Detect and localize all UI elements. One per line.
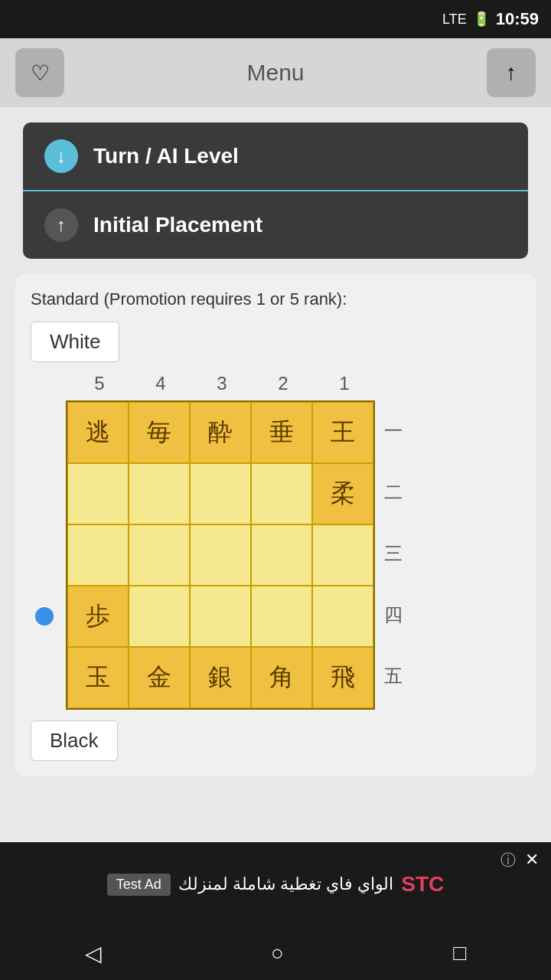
- cell-3-1[interactable]: [129, 586, 190, 647]
- board-container: 逃 毎 酔 垂 王 柔 歩: [66, 400, 403, 710]
- back-icon: ◁: [85, 942, 102, 965]
- ad-close-button[interactable]: ✕: [525, 850, 539, 870]
- cell-4-1[interactable]: 金: [129, 647, 190, 708]
- initial-placement-label: Initial Placement: [93, 213, 262, 237]
- ad-banner: Test Ad الواي فاي تغطية شاملة لمنزلك STC…: [0, 842, 551, 926]
- cell-0-4[interactable]: 王: [312, 402, 373, 463]
- status-time: 10:59: [496, 9, 539, 29]
- black-player-label: Black: [31, 720, 118, 761]
- cell-1-1[interactable]: [129, 463, 190, 524]
- cell-3-0[interactable]: 歩: [67, 586, 129, 647]
- ad-brand: STC: [401, 872, 444, 897]
- cell-3-4[interactable]: [312, 586, 373, 647]
- cell-3-2[interactable]: [190, 586, 251, 647]
- ad-badge: Test Ad: [107, 874, 171, 896]
- col-header-4: 4: [130, 373, 191, 399]
- cell-0-2[interactable]: 酔: [190, 402, 251, 463]
- col-header-1: 1: [314, 373, 375, 399]
- menu-section: ↓ Turn / AI Level ↑ Initial Placement: [23, 122, 528, 259]
- content-area: Standard (Promotion requires 1 or 5 rank…: [15, 274, 536, 776]
- shogi-board: 逃 毎 酔 垂 王 柔 歩: [66, 400, 375, 710]
- bottom-nav: ◁ ○ □: [0, 926, 551, 980]
- cell-2-1[interactable]: [129, 524, 190, 586]
- favorite-button[interactable]: ♡: [15, 48, 64, 97]
- back-button[interactable]: ◁: [85, 941, 102, 966]
- ad-arabic-text: الواي فاي تغطية شاملة لمنزلك: [178, 874, 393, 894]
- cell-1-4[interactable]: 柔: [312, 463, 373, 524]
- cell-2-0[interactable]: [67, 524, 129, 586]
- col-header-3: 3: [191, 373, 253, 399]
- cell-0-0[interactable]: 逃: [67, 402, 129, 463]
- cell-2-3[interactable]: [251, 524, 312, 586]
- col-header-5: 5: [69, 373, 130, 399]
- initial-placement-icon: ↑: [44, 208, 78, 242]
- battery-icon: 🔋: [473, 11, 490, 28]
- row-label-1: 一: [381, 400, 403, 462]
- upload-button[interactable]: ↑: [487, 48, 536, 97]
- upload-icon: ↑: [506, 60, 517, 85]
- menu-item-initial-placement[interactable]: ↑ Initial Placement: [23, 191, 528, 259]
- cell-4-0[interactable]: 玉: [67, 647, 129, 708]
- ad-info-icon[interactable]: ⓘ: [500, 850, 516, 871]
- signal-icon: LTE: [442, 11, 467, 28]
- cell-4-2[interactable]: 銀: [190, 647, 251, 708]
- row-labels: 一 二 三 四 五: [381, 400, 403, 710]
- white-radio[interactable]: [35, 607, 54, 626]
- cell-0-1[interactable]: 毎: [129, 402, 190, 463]
- cell-1-2[interactable]: [190, 463, 251, 524]
- cell-2-4[interactable]: [312, 524, 373, 586]
- row-label-3: 三: [381, 523, 403, 584]
- cell-1-3[interactable]: [251, 463, 312, 524]
- home-button[interactable]: ○: [271, 941, 284, 965]
- cell-4-3[interactable]: 角: [251, 647, 312, 708]
- placement-standard-label: Standard (Promotion requires 1 or 5 rank…: [31, 289, 520, 309]
- menu-item-turn-ai[interactable]: ↓ Turn / AI Level: [23, 122, 528, 191]
- status-bar: LTE 🔋 10:59: [0, 0, 551, 38]
- cell-4-4[interactable]: 飛: [312, 647, 373, 708]
- turn-ai-label: Turn / AI Level: [93, 144, 239, 168]
- row-label-5: 五: [381, 645, 403, 707]
- row-label-2: 二: [381, 462, 403, 523]
- recents-button[interactable]: □: [453, 941, 466, 965]
- header-title: Menu: [246, 60, 304, 86]
- home-icon: ○: [271, 941, 284, 965]
- cell-0-3[interactable]: 垂: [251, 402, 312, 463]
- cell-3-3[interactable]: [251, 586, 312, 647]
- row-label-4: 四: [381, 584, 403, 645]
- header-bar: ♡ Menu ↑: [0, 38, 551, 107]
- recents-icon: □: [453, 941, 466, 965]
- heart-icon: ♡: [31, 60, 50, 86]
- cell-1-0[interactable]: [67, 463, 129, 524]
- turn-ai-icon: ↓: [44, 139, 78, 173]
- cell-2-2[interactable]: [190, 524, 251, 586]
- col-header-2: 2: [253, 373, 314, 399]
- white-player-label: White: [31, 322, 119, 362]
